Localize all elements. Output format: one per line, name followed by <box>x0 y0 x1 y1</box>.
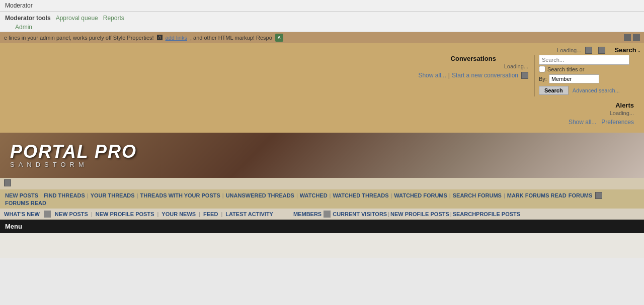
nav-whats-new[interactable]: WHAT'S NEW <box>4 211 40 217</box>
menu-label: Menu <box>5 223 22 230</box>
nav-small-icon <box>4 179 11 186</box>
panels-row: Conversations Loading... Show all... | S… <box>412 55 640 96</box>
conversations-title: Conversations <box>418 55 528 62</box>
conv-icon <box>521 72 528 79</box>
ticker-add-links[interactable]: add links <box>166 35 187 41</box>
nav-container: NEW POSTS | FIND THREADS | YOUR THREADS … <box>0 178 644 233</box>
conv-sep: | <box>448 72 450 79</box>
banner-title: PORTAL PRO <box>10 143 137 161</box>
banner-subtitle: SANDSTORM <box>10 161 137 168</box>
nav-icon-row <box>0 178 644 189</box>
start-new-conversation[interactable]: Start a new conversation <box>452 72 518 79</box>
moderator-label: Moderator <box>5 2 639 9</box>
search-titles-row: Search titles or <box>539 65 636 73</box>
nav-wn-new-posts[interactable]: NEW POSTS <box>55 211 88 217</box>
ticker-bar: e lines in your admin panel, works purel… <box>0 32 644 43</box>
nav-your-threads[interactable]: YOUR THREADS <box>91 192 135 198</box>
main-content <box>0 233 644 258</box>
nav-m-new-profile-posts[interactable]: NEW PROFILE POSTS <box>390 211 449 217</box>
header-content: Loading... Search . Conversations Loadin… <box>0 43 644 129</box>
whats-new-group: WHAT'S NEW NEW POSTS | NEW PROFILE POSTS… <box>4 211 273 218</box>
reports-link[interactable]: Reports <box>103 15 124 22</box>
nav-watched[interactable]: WATCHED <box>300 192 328 198</box>
nav-wn-new-profile-posts[interactable]: NEW PROFILE POSTS <box>96 211 154 217</box>
moderator-bar: Moderator <box>0 0 644 12</box>
admin-link[interactable]: Admin <box>5 24 639 31</box>
advanced-search-link[interactable]: Advanced search... <box>573 87 620 93</box>
forums-nav: NEW POSTS | FIND THREADS | YOUR THREADS … <box>0 189 644 209</box>
search-titles-label: Search titles or <box>547 66 584 72</box>
members-group: MEMBERS CURRENT VISITORS | NEW PROFILE P… <box>293 211 520 218</box>
nav-find-threads[interactable]: FIND THREADS <box>44 192 85 198</box>
menu-bar: Menu <box>0 220 644 233</box>
nav-wn-latest-activity-2[interactable]: LATEST ACTIVITY <box>225 211 273 217</box>
preferences-link[interactable]: Preferences <box>601 119 634 126</box>
wn-icon <box>44 211 51 218</box>
show-all-alerts[interactable]: Show all... <box>569 119 596 126</box>
nav-forums-label[interactable]: FORUMS <box>569 192 593 198</box>
top-icon-1 <box>585 47 592 54</box>
nav-members[interactable]: MEMBERS <box>293 211 321 217</box>
conversations-loading: Loading... <box>418 62 528 70</box>
banner-area: PORTAL PRO SANDSTORM <box>0 133 644 178</box>
top-loading-text: Loading... <box>557 47 581 53</box>
mod-tools-label: Moderator tools <box>5 15 51 22</box>
alerts-bottom: Show all... Preferences <box>413 117 634 126</box>
search-by-row: By: <box>539 73 636 84</box>
alerts-title: Alerts <box>413 101 634 109</box>
nav-wn-your-news-feed[interactable]: YOUR NEWS <box>162 211 196 217</box>
conversations-panel: Conversations Loading... Show all... | S… <box>412 55 534 79</box>
approval-queue-link[interactable]: Approval queue <box>56 15 98 22</box>
nav-search-forums[interactable]: SEARCH FORUMS <box>453 192 502 198</box>
members-icon <box>324 211 331 218</box>
nav-new-posts[interactable]: NEW POSTS <box>5 192 38 198</box>
nav-watched-forums[interactable]: WATCHED FORUMS <box>394 192 447 198</box>
ticker-after-link: , and other HTML markup! Respo <box>190 35 272 41</box>
ticker-green-icon: A <box>275 34 283 42</box>
top-icon-2 <box>598 47 605 54</box>
ticker-icon-1 <box>624 34 640 41</box>
mod-tools-bar: Moderator tools Approval queue Reports A… <box>0 12 644 32</box>
nav-mark-forums-read[interactable]: MARK FORUMS READ <box>507 192 567 198</box>
ticker-emoji: 🅰 <box>157 35 163 41</box>
search-btn-row: Search Advanced search... <box>539 84 636 96</box>
show-all-conversations[interactable]: Show all... <box>418 72 446 79</box>
header-left <box>0 43 403 129</box>
secondary-nav: WHAT'S NEW NEW POSTS | NEW PROFILE POSTS… <box>0 209 644 220</box>
nav-watched-threads[interactable]: WATCHED THREADS <box>333 192 388 198</box>
member-input[interactable] <box>549 74 599 83</box>
banner-logo: PORTAL PRO SANDSTORM <box>10 143 137 168</box>
alerts-panel: Alerts Loading... Show all... Preference… <box>407 96 640 126</box>
nav-forums-read[interactable]: FORUMS READ <box>5 200 46 206</box>
search-panel: Search titles or By: Search Advanced sea… <box>534 55 640 96</box>
search-titles-checkbox[interactable] <box>539 66 545 72</box>
nav-search[interactable]: SEARCH <box>453 211 476 217</box>
nav-current-visitors[interactable]: CURRENT VISITORS <box>333 211 387 217</box>
nav-unanswered-threads[interactable]: UNANSWERED THREADS <box>226 192 294 198</box>
nav-search-profile-posts[interactable]: PROFILE POSTS <box>476 211 520 217</box>
search-input[interactable] <box>539 55 629 65</box>
conversations-bottom: Show all... | Start a new conversation <box>418 70 528 79</box>
nav-wn-latest-activity[interactable]: FEED <box>203 211 218 217</box>
header-right: Loading... Search . Conversations Loadin… <box>403 43 644 129</box>
alerts-loading: Loading... <box>413 109 634 117</box>
search-button[interactable]: Search <box>539 86 569 95</box>
top-loading-row: Loading... Search . <box>407 46 640 55</box>
search-header-label: Search . <box>614 46 640 54</box>
by-label: By: <box>539 76 547 82</box>
header-area: e lines in your admin panel, works purel… <box>0 32 644 133</box>
ticker-text: e lines in your admin panel, works purel… <box>4 35 154 41</box>
forums-icon <box>595 192 602 199</box>
nav-threads-with-your-posts[interactable]: THREADS WITH YOUR POSTS <box>140 192 220 198</box>
